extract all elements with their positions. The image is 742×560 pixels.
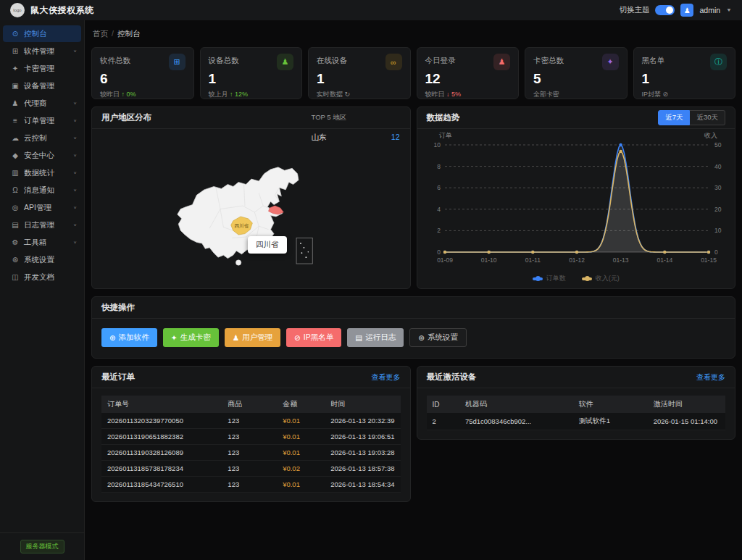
table-header: 订单号: [101, 396, 222, 413]
stat-card-footnote: 较昨日 ↓ 5%: [425, 90, 511, 99]
quick-action-label: 添加软件: [119, 333, 149, 343]
list-icon: ≡: [10, 117, 20, 125]
table-cell: 2026-01-13 19:03:28: [325, 445, 400, 461]
table-row: 275d1c008346cb902...测试软件12026-01-15 01:1…: [427, 413, 726, 430]
svg-text:01-12: 01-12: [569, 256, 585, 264]
sidebar-item-stats[interactable]: ▥数据统计∨: [3, 164, 81, 181]
table-cell: ¥0.01: [277, 413, 325, 429]
table-header: 机器码: [459, 396, 573, 413]
bell-icon: Ω: [10, 186, 20, 194]
stat-card: 今日登录♟12较昨日 ↓ 5%: [417, 47, 520, 99]
sidebar-item-api[interactable]: ◎API管理∨: [3, 199, 81, 216]
china-map[interactable]: 四川省: [164, 162, 325, 287]
person-icon: ♟: [493, 54, 510, 70]
sidebar-item-logs[interactable]: ▤日志管理∨: [3, 217, 81, 233]
quick-action-运行日志[interactable]: ▤运行日志: [347, 328, 404, 347]
orders-more-link[interactable]: 查看更多: [372, 372, 401, 383]
theme-switch-label: 切换主题: [619, 5, 649, 15]
theme-toggle[interactable]: [655, 5, 675, 15]
sidebar-item-toolbox[interactable]: ⚙工具箱∨: [3, 234, 81, 251]
sidebar-item-label: 开发文档: [24, 272, 77, 283]
sidebar-nav: ⊙控制台⊞软件管理∨✦卡密管理▣设备管理♟代理商∨≡订单管理∨☁云控制∨◆安全中…: [0, 25, 84, 285]
svg-text:10: 10: [714, 227, 722, 234]
range-button-group: 近7天近30天: [658, 110, 725, 125]
map-panel-body: 四川省 TOP 5 地区 山东12 四川省: [92, 129, 410, 289]
svg-text:订单: 订单: [438, 132, 452, 139]
person-icon: ♟: [277, 54, 293, 70]
stat-card: 卡密总数✦5全部卡密: [525, 47, 628, 99]
table-cell: 2: [427, 413, 459, 430]
document-icon: ▤: [10, 221, 20, 229]
recent-orders-panel: 最近订单 查看更多 订单号商品金额时间202601132032397700501…: [91, 366, 411, 502]
svg-text:0: 0: [437, 248, 441, 256]
stat-card-label: 今日登录: [425, 56, 456, 66]
stat-card-label: 卡密总数: [533, 56, 564, 66]
recent-devices-panel: 最近激活设备 查看更多 ID机器码软件激活时间275d1c008346cb902…: [417, 366, 736, 440]
table-header: 时间: [325, 396, 400, 413]
sidebar-item-label: 订单管理: [24, 116, 73, 126]
sidebar-item-security[interactable]: ◆安全中心∨: [3, 147, 81, 164]
table-cell: 2026-01-13 18:54:34: [325, 477, 400, 493]
quick-action-系统设置[interactable]: ⊛系统设置: [409, 328, 467, 347]
table-cell: ¥0.02: [277, 461, 325, 477]
map-tooltip: 四川省: [248, 236, 287, 254]
stat-card-value: 1: [317, 72, 402, 85]
top5-region-list: TOP 5 地区 山东12: [312, 129, 400, 143]
breadcrumb-home[interactable]: 首页: [93, 29, 108, 38]
quick-action-添加软件[interactable]: ⊕添加软件: [101, 328, 157, 347]
chevron-down-icon: ∨: [73, 119, 77, 123]
chevron-down-icon: ∨: [73, 101, 77, 106]
table-header: 商品: [222, 396, 277, 413]
sidebar-item-agent[interactable]: ♟代理商∨: [3, 95, 81, 112]
sidebar-item-devdocs[interactable]: ◫开发文档: [3, 269, 81, 285]
devices-more-link[interactable]: 查看更多: [696, 372, 725, 383]
sidebar-item-cardkey[interactable]: ✦卡密管理: [3, 60, 81, 77]
stat-card-value: 5: [533, 72, 619, 85]
trend-line-chart: 订单收入02468100102030405001-0901-1001-1101-…: [417, 129, 735, 268]
sidebar-item-order[interactable]: ≡订单管理∨: [3, 112, 81, 129]
stat-card-label: 软件总数: [100, 56, 130, 66]
chevron-down-icon: ∨: [73, 154, 77, 158]
table-cell: ¥0.01: [277, 477, 325, 493]
sidebar-item-label: 设备管理: [24, 81, 77, 91]
sidebar-item-settings[interactable]: ⊛系统设置: [3, 251, 81, 268]
quick-action-label: 生成卡密: [180, 333, 211, 343]
legend-label: 订单数: [546, 274, 566, 283]
sidebar-item-label: 工具箱: [24, 238, 73, 248]
info-icon: ⓘ: [710, 54, 727, 70]
sidebar-item-console[interactable]: ⊙控制台: [3, 25, 81, 42]
range-button-近7天[interactable]: 近7天: [658, 110, 690, 125]
sidebar-item-notice[interactable]: Ω消息通知∨: [3, 182, 81, 198]
region-name: 山东: [312, 133, 327, 143]
svg-text:01-13: 01-13: [612, 256, 628, 264]
legend-item[interactable]: 订单数: [533, 274, 566, 283]
app-logo-icon: logo: [10, 3, 25, 17]
chevron-down-icon: ∨: [73, 206, 77, 210]
quick-action-IP黑名单[interactable]: ⊘IP黑名单: [286, 328, 341, 347]
cloud-icon: ☁: [10, 134, 20, 142]
range-button-近30天[interactable]: 近30天: [690, 110, 725, 125]
plus-circle-icon: ⊕: [109, 333, 116, 342]
legend-item[interactable]: 收入(元): [582, 274, 620, 283]
sidebar-item-software[interactable]: ⊞软件管理∨: [3, 43, 81, 59]
svg-text:20: 20: [714, 206, 722, 213]
top5-title: TOP 5 地区: [312, 113, 400, 122]
sidebar: ⊙控制台⊞软件管理∨✦卡密管理▣设备管理♟代理商∨≡订单管理∨☁云控制∨◆安全中…: [0, 20, 85, 560]
table-cell: 20260113185738178234: [101, 461, 222, 477]
monitor-icon: ▣: [10, 82, 20, 90]
stat-card-value: 1: [642, 72, 728, 85]
sidebar-item-device[interactable]: ▣设备管理: [3, 78, 81, 94]
user-avatar[interactable]: ♟: [680, 4, 693, 17]
chevron-down-icon[interactable]: ▼: [726, 7, 732, 12]
quick-action-用户管理[interactable]: ♟用户管理: [225, 328, 280, 347]
table-cell: 20260113185434726510: [101, 477, 222, 493]
quick-action-生成卡密[interactable]: ✦生成卡密: [163, 328, 219, 347]
table-row: 20260113203239770050123¥0.012026-01-13 2…: [101, 413, 401, 429]
stat-card-footnote: 较上月 ↑ 12%: [209, 90, 294, 99]
sidebar-item-label: 消息通知: [24, 185, 73, 196]
svg-text:50: 50: [714, 141, 722, 149]
sidebar-item-cloud[interactable]: ☁云控制∨: [3, 130, 81, 146]
top5-region-row[interactable]: 山东12: [312, 133, 400, 143]
stat-card-label: 设备总数: [209, 56, 239, 66]
key-icon: ✦: [602, 54, 619, 70]
